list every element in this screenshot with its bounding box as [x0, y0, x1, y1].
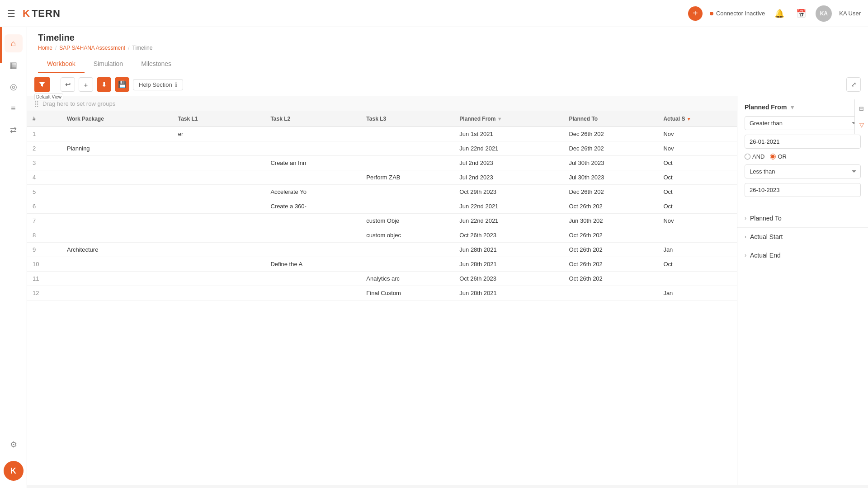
- filters-icon[interactable]: ▽: [856, 119, 867, 130]
- sidebar-item-home[interactable]: ⌂: [5, 34, 23, 52]
- filter-condition1-row: Greater than Less than Equal to Between: [745, 116, 861, 130]
- sidebar-item-settings[interactable]: ⚙: [5, 436, 23, 454]
- col-header-wp[interactable]: Work Package: [61, 111, 173, 127]
- undo-button[interactable]: ↩: [61, 77, 75, 92]
- cell-task2: [265, 286, 361, 300]
- and-radio-label[interactable]: AND: [745, 153, 764, 160]
- cell-planned-from: Jun 1st 2021: [454, 127, 563, 141]
- filter-condition1-select[interactable]: Greater than Less than Equal to Between: [745, 116, 861, 130]
- or-radio[interactable]: [770, 154, 776, 160]
- add-row-button[interactable]: +: [79, 77, 93, 92]
- cell-planned-from: Oct 26th 2023: [454, 272, 563, 286]
- cell-planned-to: Jun 30th 202: [563, 214, 658, 228]
- tab-simulation[interactable]: Simulation: [85, 56, 132, 73]
- cell-task1: [173, 286, 265, 300]
- save-button[interactable]: 💾: [115, 77, 129, 92]
- cell-icon: [45, 243, 61, 257]
- help-section-button[interactable]: Help Section ℹ: [133, 79, 183, 90]
- table-row: 6 Create a 360- Jun 22nd 2021 Oct 26th 2…: [27, 199, 737, 214]
- cell-task2: [265, 214, 361, 228]
- filter-section-planned-to[interactable]: › Planned To: [737, 209, 868, 227]
- filter-section-actual-start[interactable]: › Actual Start: [737, 227, 868, 246]
- right-sidebar-icons: ⊟ ▽: [854, 99, 868, 134]
- tab-milestones[interactable]: Milestones: [132, 56, 180, 73]
- col-header-task2[interactable]: Task L2: [265, 111, 361, 127]
- sidebar-item-dashboard[interactable]: ▦: [5, 56, 23, 74]
- cell-num: 7: [27, 214, 45, 228]
- expand-button[interactable]: ⤢: [846, 77, 861, 92]
- hamburger-menu[interactable]: ☰: [7, 8, 15, 19]
- cell-planned-to: Dec 26th 202: [563, 185, 658, 199]
- group-drag-area[interactable]: ⣿ Drag here to set row groups: [27, 96, 737, 111]
- cell-icon: [45, 286, 61, 300]
- cell-icon: [45, 156, 61, 170]
- cell-planned-from: Jun 28th 2021: [454, 286, 563, 300]
- help-section-label: Help Section: [139, 81, 172, 88]
- cell-task2: [265, 141, 361, 156]
- and-radio[interactable]: [745, 154, 750, 160]
- calendar-icon[interactable]: 📅: [794, 6, 808, 21]
- table-row: 5 Accelerate Yo Oct 29th 2023 Dec 26th 2…: [27, 185, 737, 199]
- filter-title-icon: ▼: [789, 104, 795, 111]
- cell-planned-to: Oct 26th 202: [563, 272, 658, 286]
- cell-task3: Final Custom: [361, 286, 454, 300]
- bell-icon[interactable]: 🔔: [772, 6, 787, 21]
- cell-actual: Oct: [658, 257, 737, 272]
- tab-workbook[interactable]: Workbook: [38, 56, 85, 73]
- cell-actual: Oct: [658, 199, 737, 214]
- chevron-actual-start: ›: [745, 234, 746, 240]
- col-header-task3[interactable]: Task L3: [361, 111, 454, 127]
- or-radio-label[interactable]: OR: [770, 153, 787, 160]
- breadcrumb-home[interactable]: Home: [38, 45, 52, 51]
- sidebar-item-location[interactable]: ◎: [5, 78, 23, 96]
- col-header-planned-from[interactable]: Planned From ▼: [454, 111, 563, 127]
- breadcrumb-project[interactable]: SAP S/4HANA Assessment: [59, 45, 125, 51]
- cell-actual: Nov: [658, 214, 737, 228]
- table-row: 8 custom objec Oct 26th 2023 Oct 26th 20…: [27, 228, 737, 243]
- filter-panel-inner: Planned From ▼ Greater than Less than Eq…: [737, 96, 868, 209]
- filter-plus-icon: +: [38, 81, 46, 88]
- cell-planned-from: Jul 2nd 2023: [454, 156, 563, 170]
- filter-section-actual-end[interactable]: › Actual End: [737, 246, 868, 264]
- cell-planned-to: Oct 26th 202: [563, 243, 658, 257]
- filter-date1-input[interactable]: [745, 135, 861, 149]
- filter-add-button[interactable]: + Default View: [34, 77, 50, 92]
- tabs: Workbook Simulation Milestones: [38, 56, 857, 73]
- table-container: ⣿ Drag here to set row groups # Work Pac…: [27, 96, 737, 485]
- cell-planned-from: Jun 28th 2021: [454, 257, 563, 272]
- filter-date2-row: [745, 183, 861, 197]
- tooltip-default-view: Default View: [34, 94, 63, 100]
- cell-task2: [265, 127, 361, 141]
- breadcrumb-sep1: /: [55, 45, 57, 51]
- sidebar-item-connections[interactable]: ⇄: [5, 121, 23, 139]
- cell-task1: [173, 185, 265, 199]
- left-sidebar: ⌂ ▦ ◎ ≡ ⇄ ⚙ K: [0, 27, 27, 488]
- col-header-planned-to[interactable]: Planned To: [563, 111, 658, 127]
- cell-task1: [173, 156, 265, 170]
- cell-task2: Accelerate Yo: [265, 185, 361, 199]
- cell-wp: [61, 257, 173, 272]
- connector-dot: [710, 12, 713, 15]
- columns-icon[interactable]: ⊟: [856, 103, 867, 114]
- cell-icon: [45, 214, 61, 228]
- filter-section-planned-to-label: Planned To: [750, 215, 782, 222]
- cell-icon: [45, 272, 61, 286]
- table-row: 11 Analytics arc Oct 26th 2023 Oct 26th …: [27, 272, 737, 286]
- add-button[interactable]: +: [688, 6, 703, 21]
- cell-num: 1: [27, 127, 45, 141]
- cell-num: 4: [27, 170, 45, 185]
- filter-condition2-row: Greater than Less than Equal to Between: [745, 164, 861, 178]
- cell-task2: [265, 272, 361, 286]
- sidebar-item-list[interactable]: ≡: [5, 99, 23, 117]
- filter-condition2-select[interactable]: Greater than Less than Equal to Between: [745, 164, 861, 178]
- cell-actual: Oct: [658, 156, 737, 170]
- download-button[interactable]: ⬇: [97, 77, 111, 92]
- page-header: Timeline Home / SAP S/4HANA Assessment /…: [27, 27, 868, 73]
- filter-date2-input[interactable]: [745, 183, 861, 197]
- svg-text:+: +: [42, 81, 45, 85]
- col-header-actual[interactable]: Actual S ▼: [658, 111, 737, 127]
- ktern-logo-button[interactable]: K: [4, 461, 24, 481]
- avatar[interactable]: KA: [816, 5, 832, 22]
- col-header-task1[interactable]: Task L1: [173, 111, 265, 127]
- cell-planned-to: Oct 26th 202: [563, 257, 658, 272]
